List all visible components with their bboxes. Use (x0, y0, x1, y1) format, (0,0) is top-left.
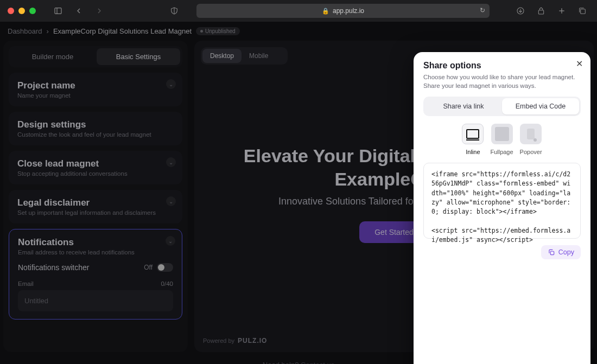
app-viewport: Dashboard › ExampleCorp Digital Solution… (0, 22, 597, 364)
url-bar[interactable]: 🔒 app.pulz.io ↻ (196, 4, 490, 18)
inline-icon (466, 129, 479, 139)
url-text: app.pulz.io (333, 7, 364, 15)
chevron-down-icon[interactable]: ⌄ (166, 236, 175, 246)
share-tabs: Share via link Embed via Code (423, 97, 581, 116)
tabs-icon[interactable] (575, 4, 589, 17)
share-icon[interactable] (534, 4, 548, 17)
reload-icon[interactable]: ↻ (480, 7, 485, 14)
embed-type-picker: Inline Fullpage Popover (423, 124, 581, 155)
minimize-window-icon[interactable] (18, 8, 25, 14)
notifications-toggle[interactable] (157, 263, 173, 272)
svg-rect-8 (581, 9, 586, 14)
card-title: Legal disclaimer (17, 197, 174, 208)
embed-type-inline[interactable]: Inline (462, 124, 484, 155)
device-tabs: Desktop Mobile (201, 47, 288, 65)
card-title: Design settings (17, 119, 174, 130)
share-title: Share options (423, 61, 581, 71)
copy-button[interactable]: Copy (541, 245, 581, 259)
email-field-label: Email (18, 280, 34, 287)
chevron-down-icon[interactable]: ⌄ (166, 79, 176, 89)
brand-logo: PULZ.IO (238, 337, 267, 344)
card-design-settings[interactable]: Design settings Customize the look and f… (9, 112, 182, 145)
tab-mobile[interactable]: Mobile (242, 49, 276, 63)
powered-by: Powered by PULZ.IO (203, 337, 267, 344)
chevron-right-icon: › (47, 27, 49, 35)
back-icon[interactable] (72, 4, 86, 17)
embed-code-box[interactable]: <iframe src="https://formless.ai/c/d256p… (423, 163, 581, 239)
card-subtitle: Customize the look and feel of your lead… (17, 131, 174, 138)
switch-state-label: Off (144, 264, 153, 271)
close-window-icon[interactable] (8, 8, 14, 14)
download-icon[interactable] (513, 4, 528, 17)
card-close-lead-magnet[interactable]: Close lead magnet Stop accepting additio… (9, 151, 182, 184)
tab-basic-settings[interactable]: Basic Settings (97, 48, 180, 65)
svg-rect-0 (55, 8, 61, 14)
new-tab-icon[interactable] (555, 4, 569, 17)
copy-icon (548, 248, 555, 256)
shield-icon[interactable] (167, 4, 181, 17)
card-subtitle: Stop accepting additional conversations (17, 170, 174, 177)
embed-type-fullpage[interactable]: Fullpage (490, 124, 513, 155)
card-notifications[interactable]: Notifications Email address to receive l… (9, 229, 182, 320)
card-title: Project name (17, 80, 174, 91)
tab-builder-mode[interactable]: Builder mode (11, 48, 94, 65)
card-subtitle: Email address to receive lead notificati… (18, 249, 173, 256)
lock-icon: 🔒 (322, 8, 329, 15)
share-popover: ✕ Share options Choose how you would lik… (414, 52, 590, 364)
tab-embed-via-code[interactable]: Embed via Code (502, 98, 579, 114)
card-subtitle: Name your magnet (17, 92, 174, 99)
chevron-down-icon[interactable]: ⌄ (166, 157, 176, 167)
svg-rect-5 (538, 10, 543, 14)
status-badge: Unpublished (196, 27, 240, 35)
maximize-window-icon[interactable] (29, 8, 36, 14)
card-legal-disclaimer[interactable]: Legal disclaimer Set up important legal … (9, 190, 182, 223)
email-field[interactable]: Untitled (18, 290, 173, 311)
fullpage-icon (495, 127, 509, 141)
breadcrumb-root[interactable]: Dashboard (8, 27, 42, 35)
popover-icon (527, 129, 535, 139)
tab-desktop[interactable]: Desktop (202, 49, 242, 63)
notifications-switcher-label: Notifications switcher (18, 263, 90, 272)
sidebar-toggle-icon[interactable] (51, 4, 65, 17)
tab-share-via-link[interactable]: Share via link (425, 98, 502, 114)
contact-us-link[interactable]: Contact us (301, 361, 334, 364)
embed-type-popover[interactable]: Popover (520, 124, 542, 155)
browser-chrome: 🔒 app.pulz.io ↻ (0, 0, 597, 22)
svg-rect-9 (550, 251, 554, 254)
breadcrumb-current[interactable]: ExampleCorp Digital Solutions Lead Magne… (53, 27, 192, 35)
chevron-down-icon[interactable]: ⌄ (166, 196, 176, 206)
email-char-count: 0/40 (161, 280, 173, 287)
breadcrumb: Dashboard › ExampleCorp Digital Solution… (0, 22, 597, 41)
close-button[interactable]: ✕ (576, 59, 583, 69)
mode-tabs: Builder mode Basic Settings (9, 46, 182, 67)
card-title: Close lead magnet (17, 158, 174, 169)
forward-icon[interactable] (92, 4, 106, 17)
card-subtitle: Set up important legal information and d… (17, 209, 174, 216)
settings-sidebar: Builder mode Basic Settings Project name… (3, 41, 188, 352)
share-subtitle: Choose how you would like to share your … (423, 73, 581, 90)
card-title: Notifications (18, 237, 173, 248)
card-project-name[interactable]: Project name Name your magnet ⌄ (9, 73, 182, 106)
window-controls (8, 8, 36, 14)
